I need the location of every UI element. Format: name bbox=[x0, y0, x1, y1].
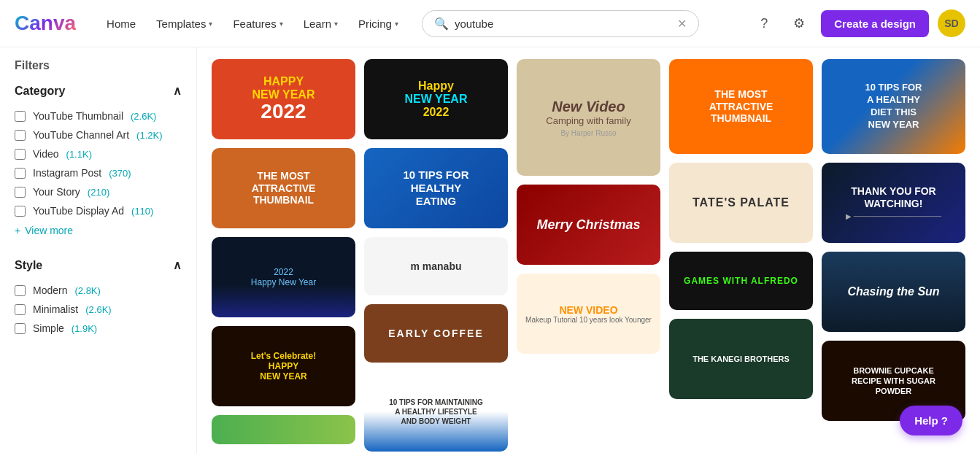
template-2022-dark[interactable]: 2022Happy New Year bbox=[212, 237, 355, 317]
sidebar-title: Filters bbox=[15, 59, 182, 72]
header: Canva Home Templates ▾ Features ▾ Learn … bbox=[0, 0, 980, 47]
filter-youtube-channel-art-checkbox[interactable] bbox=[15, 130, 26, 141]
collapse-icon: ∧ bbox=[173, 258, 182, 272]
template-most-attractive-orange[interactable]: THE MOSTATTRACTIVETHUMBNAIL bbox=[212, 148, 355, 228]
grid-col-1: HAPPYNEW YEAR2022 THE MOSTATTRACTIVETHUM… bbox=[212, 59, 355, 453]
filter-youtube-display-ad-checkbox[interactable] bbox=[15, 206, 26, 217]
template-kanegi-brothers[interactable]: THE KANEGI BROTHERS bbox=[669, 319, 813, 399]
grid-col-5: 10 TIPS FORA HEALTHYDIET THISNEW YEAR TH… bbox=[822, 59, 965, 453]
filter-minimalist-checkbox[interactable] bbox=[15, 304, 26, 315]
help-button[interactable]: Help ? bbox=[900, 406, 962, 435]
settings-icon-btn[interactable]: ⚙ bbox=[786, 10, 812, 36]
template-tates-palate[interactable]: TATE'S PALATE bbox=[669, 163, 813, 243]
template-manabu[interactable]: m manabu bbox=[364, 237, 508, 295]
avatar[interactable]: SD bbox=[938, 9, 965, 37]
template-happy-new-year-red[interactable]: HAPPYNEW YEAR2022 bbox=[212, 59, 355, 139]
main-content: HAPPYNEW YEAR2022 THE MOSTATTRACTIVETHUM… bbox=[197, 47, 980, 453]
nav-pricing[interactable]: Pricing ▾ bbox=[350, 12, 407, 36]
filter-youtube-thumbnail-checkbox[interactable] bbox=[15, 111, 26, 122]
template-early-coffee[interactable]: EARLY COFFEE bbox=[364, 304, 508, 363]
help-icon-btn[interactable]: ? bbox=[751, 10, 777, 36]
chevron-down-icon: ▾ bbox=[279, 20, 283, 28]
header-actions: ? ⚙ Create a design SD bbox=[751, 9, 965, 37]
plus-icon: + bbox=[15, 225, 20, 236]
template-games-alfredo[interactable]: GAMES WITH ALFREDO bbox=[669, 252, 813, 310]
main-nav: Home Templates ▾ Features ▾ Learn ▾ Pric… bbox=[98, 12, 407, 36]
clear-icon[interactable]: ✕ bbox=[677, 17, 687, 31]
category-filter-header[interactable]: Category ∧ bbox=[15, 84, 182, 98]
filter-your-story[interactable]: Your Story (210) bbox=[15, 182, 182, 201]
collapse-icon: ∧ bbox=[173, 84, 182, 98]
style-filter-header[interactable]: Style ∧ bbox=[15, 258, 182, 272]
template-chasing-sun[interactable]: Chasing the Sun bbox=[822, 252, 965, 332]
canva-logo[interactable]: Canva bbox=[15, 12, 76, 35]
template-health-body[interactable]: 10 TIPS FOR MAINTAININGA HEALTHY LIFESTY… bbox=[364, 371, 508, 452]
nav-home[interactable]: Home bbox=[98, 12, 144, 36]
template-10tips-diet-new-year[interactable]: 10 TIPS FORA HEALTHYDIET THISNEW YEAR bbox=[822, 59, 965, 154]
grid-col-4: THE MOSTATTRACTIVETHUMBNAIL TATE'S PALAT… bbox=[669, 59, 813, 453]
filter-youtube-channel-art[interactable]: YouTube Channel Art (1.2K) bbox=[15, 125, 182, 144]
filter-modern[interactable]: Modern (2.8K) bbox=[15, 281, 182, 300]
style-filter: Style ∧ Modern (2.8K) Minimalist (2.6K) … bbox=[15, 258, 182, 338]
filter-instagram-post-checkbox[interactable] bbox=[15, 168, 26, 179]
filter-modern-checkbox[interactable] bbox=[15, 285, 26, 296]
template-camping-new-video[interactable]: New Video Camping with family By Harper … bbox=[517, 59, 660, 176]
filter-video-checkbox[interactable] bbox=[15, 149, 26, 160]
template-happy-ny-black[interactable]: HappyNEW YEAR2022 bbox=[364, 59, 508, 139]
template-new-video-makeup[interactable]: NEW VIDEO Makeup Tutorial 10 years look … bbox=[517, 274, 660, 354]
filter-instagram-post[interactable]: Instagram Post (370) bbox=[15, 163, 182, 182]
template-most-attractive-2[interactable]: THE MOSTATTRACTIVETHUMBNAIL bbox=[669, 59, 813, 154]
filter-youtube-display-ad[interactable]: YouTube Display Ad (110) bbox=[15, 201, 182, 220]
search-bar: 🔍 ✕ bbox=[422, 10, 699, 37]
filter-simple[interactable]: Simple (1.9K) bbox=[15, 319, 182, 338]
template-grid: HAPPYNEW YEAR2022 THE MOSTATTRACTIVETHUM… bbox=[212, 59, 965, 453]
search-input[interactable] bbox=[455, 18, 671, 30]
grid-col-2: HappyNEW YEAR2022 10 TIPS FORHEALTHYEATI… bbox=[364, 59, 508, 453]
page-body: Filters Category ∧ YouTube Thumbnail (2.… bbox=[0, 47, 980, 453]
filter-simple-checkbox[interactable] bbox=[15, 323, 26, 334]
template-thank-you-watching[interactable]: THANK YOU FORWATCHING! ▶ ───────────────… bbox=[822, 163, 965, 243]
nav-features[interactable]: Features ▾ bbox=[224, 12, 291, 36]
template-merry-christmas[interactable]: Merry Christmas bbox=[517, 185, 660, 265]
view-more-button[interactable]: + View more bbox=[15, 220, 182, 241]
chevron-down-icon: ▾ bbox=[395, 20, 398, 28]
filter-youtube-thumbnail[interactable]: YouTube Thumbnail (2.6K) bbox=[15, 107, 182, 125]
filter-your-story-checkbox[interactable] bbox=[15, 187, 26, 198]
grid-col-3: New Video Camping with family By Harper … bbox=[517, 59, 660, 453]
filter-minimalist[interactable]: Minimalist (2.6K) bbox=[15, 300, 182, 319]
create-design-button[interactable]: Create a design bbox=[821, 10, 929, 37]
filter-video[interactable]: Video (1.1K) bbox=[15, 144, 182, 163]
template-10tips-healthy[interactable]: 10 TIPS FORHEALTHYEATING bbox=[364, 148, 508, 228]
chevron-down-icon: ▾ bbox=[334, 20, 338, 28]
nav-templates[interactable]: Templates ▾ bbox=[147, 12, 221, 36]
chevron-down-icon: ▾ bbox=[209, 20, 212, 28]
sidebar: Filters Category ∧ YouTube Thumbnail (2.… bbox=[0, 47, 197, 453]
template-happy-ny-bokeh[interactable]: Let's Celebrate!HAPPYNEW YEAR bbox=[212, 326, 355, 406]
nav-learn[interactable]: Learn ▾ bbox=[295, 12, 347, 36]
template-green-strip-1[interactable] bbox=[212, 415, 355, 444]
category-filter: Category ∧ YouTube Thumbnail (2.6K) YouT… bbox=[15, 84, 182, 241]
search-icon: 🔍 bbox=[434, 17, 449, 31]
